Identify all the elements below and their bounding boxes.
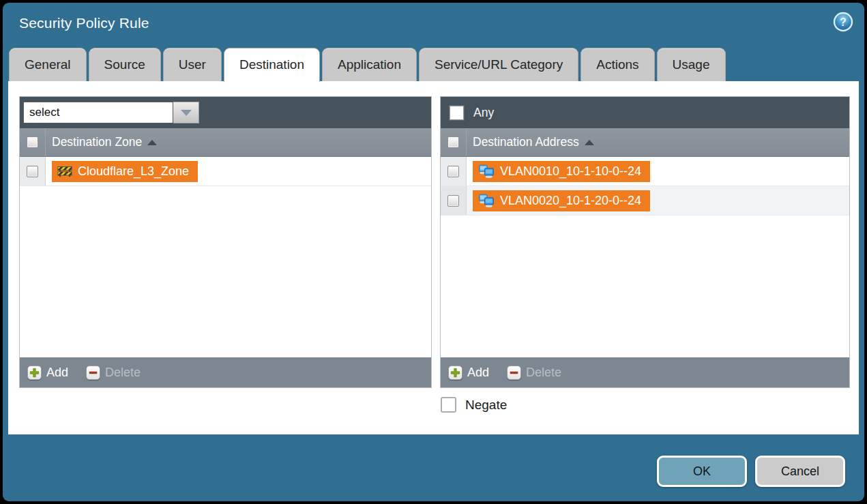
address-list: VLAN0010_10-1-10-0--24	[441, 157, 849, 357]
network-icon	[478, 194, 495, 207]
plus-icon	[27, 366, 42, 380]
address-label: VLAN0010_10-1-10-0--24	[500, 164, 641, 179]
address-row-checkbox[interactable]	[447, 195, 459, 207]
delete-address-label: Delete	[526, 366, 561, 380]
network-icon	[478, 164, 495, 178]
zone-row-checkbox[interactable]	[27, 166, 38, 177]
destination-zone-panel: Destination Zone	[19, 96, 432, 388]
address-panel-footer: Add Delete	[441, 357, 849, 387]
zone-list: Cloudflare_L3_Zone	[20, 157, 431, 357]
table-row: Cloudflare_L3_Zone	[20, 157, 431, 186]
select-all-zones-checkbox[interactable]	[27, 136, 38, 148]
address-panel-toolbar: Any	[441, 97, 849, 128]
address-entry[interactable]: VLAN0020_10-1-20-0--24	[473, 190, 650, 211]
plus-icon	[448, 366, 462, 380]
zone-select-dropdown-button[interactable]	[173, 102, 199, 123]
destination-tab-content: Destination Zone	[8, 81, 859, 434]
add-address-label: Add	[467, 366, 489, 380]
tab-bar: General Source User Destination Applicat…	[9, 48, 726, 82]
table-row: VLAN0020_10-1-20-0--24	[441, 186, 849, 216]
negate-label: Negate	[465, 398, 507, 413]
add-address-button[interactable]: Add	[448, 366, 489, 380]
tab-application[interactable]: Application	[322, 48, 417, 81]
tab-usage[interactable]: Usage	[657, 48, 726, 81]
tab-service-url-category[interactable]: Service/URL Category	[419, 48, 578, 81]
svg-text:?: ?	[840, 16, 847, 28]
address-entry[interactable]: VLAN0010_10-1-10-0--24	[473, 161, 650, 182]
add-zone-button[interactable]: Add	[27, 366, 68, 380]
tab-destination[interactable]: Destination	[224, 48, 320, 82]
zone-panel-footer: Add Delete	[20, 357, 431, 387]
zone-select-input[interactable]	[23, 102, 173, 123]
zone-panel-toolbar	[20, 97, 431, 128]
delete-address-button[interactable]: Delete	[507, 366, 561, 380]
zone-entry[interactable]: Cloudflare_L3_Zone	[52, 161, 198, 182]
ok-button[interactable]: OK	[657, 456, 747, 487]
tab-user[interactable]: User	[163, 48, 222, 81]
security-policy-rule-dialog: Security Policy Rule ? General Source Us…	[3, 3, 864, 501]
page-title: Security Policy Rule	[19, 15, 149, 31]
add-zone-label: Add	[46, 366, 68, 380]
minus-icon	[86, 366, 100, 380]
tab-actions[interactable]: Actions	[581, 48, 654, 81]
chevron-down-icon	[181, 110, 192, 116]
sort-ascending-icon	[147, 140, 157, 145]
zone-column-header[interactable]: Destination Zone	[20, 128, 431, 157]
tab-general[interactable]: General	[9, 48, 87, 81]
zone-column-header-label: Destination Zone	[52, 135, 142, 149]
negate-control: Negate	[441, 397, 507, 413]
table-row: VLAN0010_10-1-10-0--24	[441, 157, 849, 186]
minus-icon	[507, 366, 521, 380]
destination-address-panel: Any Destination Address	[440, 96, 850, 388]
negate-checkbox[interactable]	[441, 397, 456, 413]
select-all-addresses-checkbox[interactable]	[447, 136, 459, 148]
any-label: Any	[473, 106, 494, 120]
tab-source[interactable]: Source	[89, 48, 161, 81]
zone-label: Cloudflare_L3_Zone	[78, 164, 189, 179]
cancel-button[interactable]: Cancel	[755, 456, 845, 487]
address-row-checkbox[interactable]	[447, 166, 459, 177]
address-column-header[interactable]: Destination Address	[441, 128, 849, 157]
delete-zone-button[interactable]: Delete	[86, 366, 141, 380]
help-icon[interactable]: ?	[833, 12, 853, 32]
sort-ascending-icon	[585, 140, 594, 145]
zone-icon	[57, 164, 72, 178]
delete-zone-label: Delete	[105, 366, 141, 380]
address-label: VLAN0020_10-1-20-0--24	[500, 194, 641, 208]
any-checkbox[interactable]	[450, 106, 464, 120]
address-column-header-label: Destination Address	[473, 135, 579, 149]
